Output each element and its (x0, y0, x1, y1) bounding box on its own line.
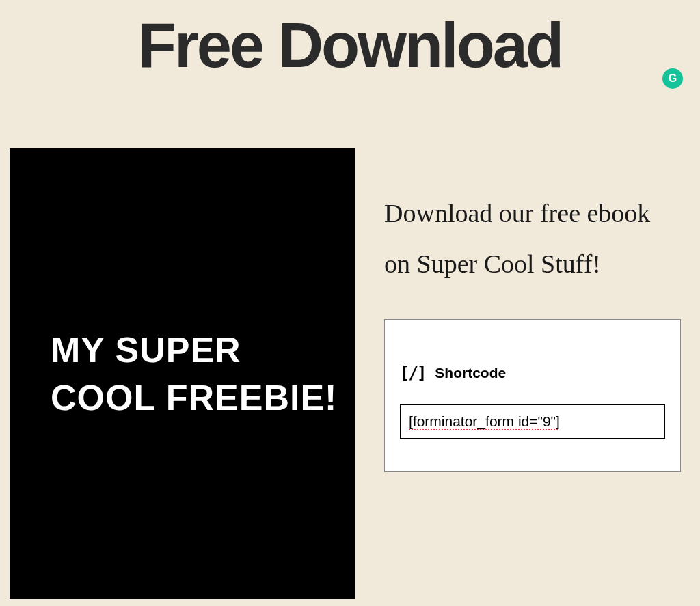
shortcode-label: Shortcode (435, 365, 506, 381)
grammarly-label: G (669, 72, 677, 85)
grammarly-icon[interactable]: G (662, 68, 683, 89)
page-title: Free Download (0, 14, 700, 77)
ebook-title-line1: MY SUPER (51, 326, 355, 374)
shortcode-icon: [/] (400, 363, 425, 383)
ebook-title: MY SUPER COOL FREEBIE! (51, 326, 355, 422)
right-column: Download our free ebook on Super Cool St… (384, 148, 690, 599)
shortcode-header: [/] Shortcode (400, 363, 665, 383)
description-text[interactable]: Download our free ebook on Super Cool St… (384, 188, 681, 289)
ebook-cover[interactable]: MY SUPER COOL FREEBIE! (10, 148, 355, 599)
content-row: MY SUPER COOL FREEBIE! Download our free… (0, 148, 700, 599)
shortcode-block[interactable]: [/] Shortcode (384, 319, 681, 472)
ebook-title-line2: COOL FREEBIE! (51, 374, 355, 422)
shortcode-input[interactable] (400, 404, 665, 439)
